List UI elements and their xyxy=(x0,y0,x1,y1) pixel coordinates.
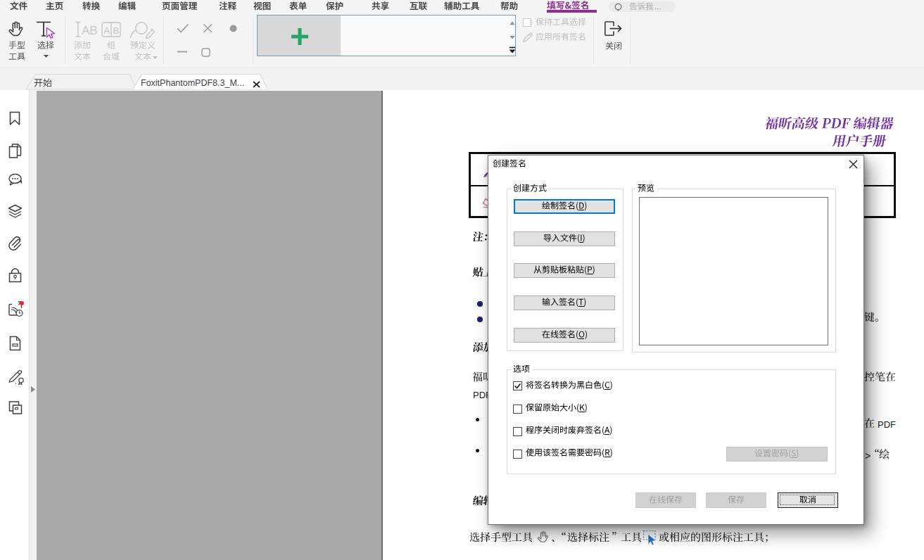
svg-text:A: A xyxy=(104,25,110,36)
svg-text:B: B xyxy=(113,25,120,36)
svg-text:AB: AB xyxy=(82,24,98,37)
